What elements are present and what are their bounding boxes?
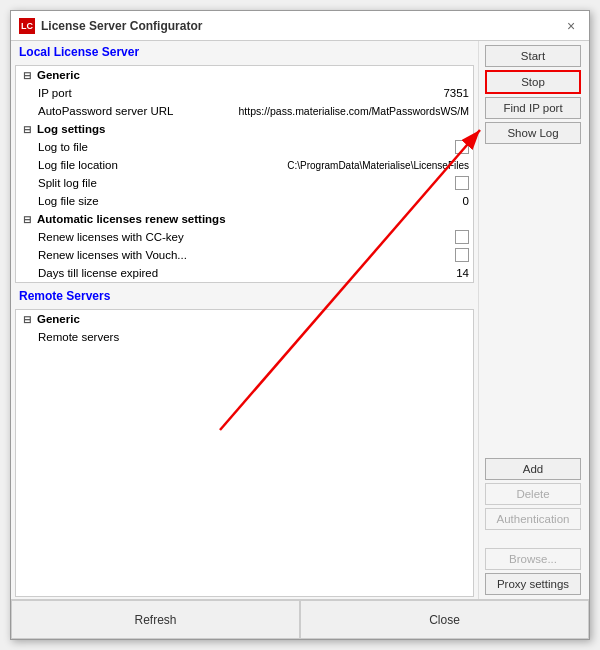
expand-auto-renew-icon[interactable]: ⊟ [20,214,34,225]
renew-cc-checkbox[interactable] [455,230,469,244]
renew-vouch-row: Renew licenses with Vouch... [16,246,473,264]
right-panel: Start Stop Find IP port Show Log Add Del… [479,41,589,599]
proxy-buttons: Browse... Proxy settings [485,548,583,595]
close-window-button[interactable]: × [561,16,581,36]
log-settings-group-row[interactable]: ⊟ Log settings [16,120,473,138]
local-tree-area[interactable]: ⊟ Generic IP port 7351 AutoPassword serv… [15,65,474,283]
auto-password-row: AutoPassword server URL https://pass.mat… [16,102,473,120]
right-mid-spacer [485,147,583,455]
start-button[interactable]: Start [485,45,581,67]
log-file-size-row: Log file size 0 [16,192,473,210]
spacer [485,533,583,545]
expand-log-icon[interactable]: ⊟ [20,124,34,135]
left-panel: Local License Server ⊟ Generic IP port 7… [11,41,479,599]
window-title: License Server Configurator [41,19,202,33]
log-to-file-checkbox[interactable] [455,140,469,154]
expand-remote-generic-icon[interactable]: ⊟ [20,314,34,325]
expand-generic-icon[interactable]: ⊟ [20,70,34,81]
browse-button[interactable]: Browse... [485,548,581,570]
find-ip-port-button[interactable]: Find IP port [485,97,581,119]
footer: Refresh Close [11,599,589,639]
split-log-file-row: Split log file [16,174,473,192]
ip-port-row: IP port 7351 [16,84,473,102]
local-license-server-section: Local License Server ⊟ Generic IP port 7… [11,41,478,285]
close-button[interactable]: Close [300,600,589,639]
remote-tree-area[interactable]: ⊟ Generic Remote servers [15,309,474,597]
authentication-button[interactable]: Authentication [485,508,581,530]
refresh-button[interactable]: Refresh [11,600,300,639]
log-file-location-row: Log file location C:\ProgramData\Materia… [16,156,473,174]
add-button[interactable]: Add [485,458,581,480]
split-log-file-checkbox[interactable] [455,176,469,190]
renew-vouch-checkbox[interactable] [455,248,469,262]
generic-group-row[interactable]: ⊟ Generic [16,66,473,84]
remote-generic-group-row[interactable]: ⊟ Generic [16,310,473,328]
remote-buttons: Add Delete Authentication [485,458,583,530]
renew-cc-row: Renew licenses with CC-key [16,228,473,246]
show-log-button[interactable]: Show Log [485,122,581,144]
remote-servers-row: Remote servers [16,328,473,346]
main-window: LC License Server Configurator × Local L… [10,10,590,640]
stop-button[interactable]: Stop [485,70,581,94]
days-row: Days till license expired 14 [16,264,473,282]
auto-renew-group-row[interactable]: ⊟ Automatic licenses renew settings [16,210,473,228]
remote-servers-section: Remote Servers ⊟ Generic Remote servers [11,285,478,599]
app-icon: LC [19,18,35,34]
delete-button[interactable]: Delete [485,483,581,505]
title-bar-left: LC License Server Configurator [19,18,202,34]
proxy-settings-button[interactable]: Proxy settings [485,573,581,595]
right-top-buttons: Start Stop Find IP port Show Log [485,45,583,144]
log-to-file-row: Log to file [16,138,473,156]
remote-section-header: Remote Servers [11,285,478,307]
content-area: Local License Server ⊟ Generic IP port 7… [11,41,589,599]
title-bar: LC License Server Configurator × [11,11,589,41]
local-section-header: Local License Server [11,41,478,63]
